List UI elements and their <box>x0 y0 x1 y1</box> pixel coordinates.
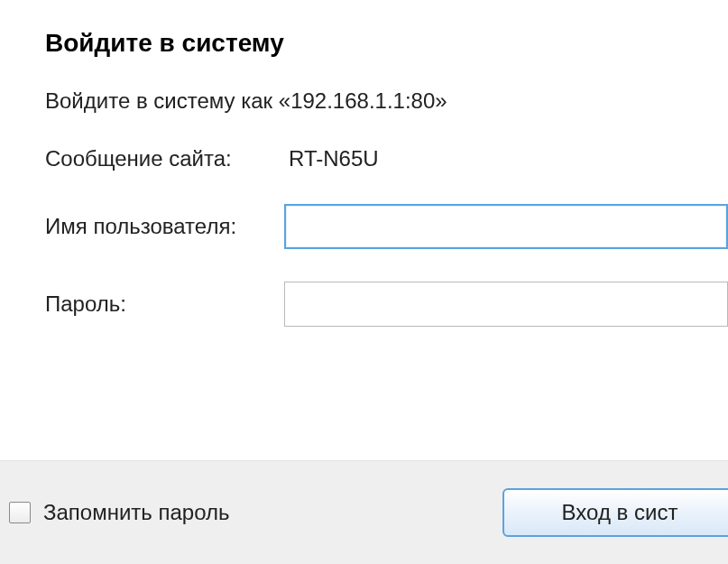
username-input[interactable] <box>284 204 728 249</box>
username-row: Имя пользователя: <box>45 204 728 249</box>
password-row: Пароль: <box>45 282 728 327</box>
site-message-value: RT-N65U <box>289 146 379 171</box>
login-button[interactable]: Вход в сист <box>502 488 728 537</box>
dialog-heading: Войдите в систему <box>45 29 728 58</box>
site-message-label: Сообщение сайта: <box>45 146 289 171</box>
remember-password-checkbox[interactable] <box>9 502 31 523</box>
username-label: Имя пользователя: <box>45 214 284 239</box>
remember-password-label: Запомнить пароль <box>43 500 230 525</box>
password-label: Пароль: <box>45 291 284 317</box>
remember-password-wrap[interactable]: Запомнить пароль <box>9 500 230 525</box>
login-dialog-body: Войдите в систему Войдите в систему как … <box>0 0 728 327</box>
dialog-subheading: Войдите в систему как «192.168.1.1:80» <box>45 88 728 114</box>
password-input[interactable] <box>284 282 728 327</box>
dialog-footer: Запомнить пароль Вход в сист <box>0 460 728 564</box>
site-message-row: Сообщение сайта: RT-N65U <box>45 146 728 171</box>
